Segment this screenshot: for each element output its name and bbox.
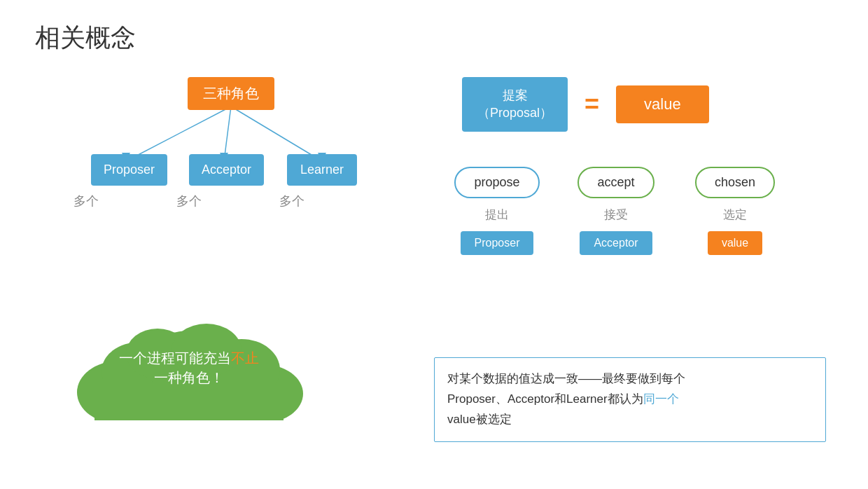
proposal-line2: （Proposal） (477, 106, 552, 120)
bottom-text-3: value被选定 (447, 413, 512, 426)
svg-rect-15 (94, 385, 284, 420)
svg-line-2 (231, 106, 322, 161)
bottom-text-blue: 同一个 (643, 392, 679, 406)
proposal-box: 提案 （Proposal） (462, 77, 568, 132)
action-oval-accept: accept (578, 167, 654, 198)
page-title: 相关概念 (35, 21, 136, 55)
action-col-propose: propose 提出 Proposer (441, 167, 553, 255)
equals-sign: = (584, 90, 599, 119)
action-oval-chosen: chosen (695, 167, 775, 198)
proposal-line1: 提案 (503, 88, 528, 102)
cloud-text: 一个进程可能充当不止 一种角色！ (119, 348, 259, 387)
action-label-propose: 提出 (485, 207, 509, 223)
label-acceptor: 多个 (147, 193, 231, 209)
action-label-chosen: 选定 (723, 207, 747, 223)
cloud-line2: 一种角色！ (154, 370, 224, 385)
action-col-chosen: chosen 选定 value (679, 167, 791, 255)
tree-node-labels: 多个 多个 多个 (35, 193, 343, 209)
svg-line-0 (126, 106, 231, 161)
action-oval-propose: propose (454, 167, 539, 198)
node-proposer: Proposer (91, 154, 167, 186)
bottom-box: 对某个数据的值达成一致——最终要做到每个 Proposer、Acceptor和L… (434, 357, 826, 442)
cloud-shape: 一个进程可能充当不止 一种角色！ (56, 315, 322, 420)
action-tag-value: value (708, 231, 762, 255)
node-learner: Learner (287, 154, 357, 186)
proposal-row: 提案 （Proposal） = value (462, 77, 840, 132)
action-col-accept: accept 接受 Acceptor (560, 167, 672, 255)
left-section: 三种角色 Proposer Acceptor Learner 多个 多个 多个 (35, 56, 427, 224)
action-tag-proposer: Proposer (461, 231, 534, 255)
label-proposer: 多个 (44, 193, 128, 209)
tree-root: 三种角色 (188, 77, 274, 110)
node-acceptor: Acceptor (189, 154, 264, 186)
cloud-highlight: 不止 (231, 350, 259, 366)
svg-line-1 (224, 106, 231, 161)
value-box: value (616, 85, 709, 123)
bottom-text-1: 对某个数据的值达成一致——最终要做到每个 (447, 372, 685, 385)
actions-section: propose 提出 Proposer accept 接受 Acceptor c… (441, 167, 840, 255)
bottom-text-2: Proposer、Acceptor和Learner都认为 (447, 392, 643, 406)
cloud-container: 一个进程可能充当不止 一种角色！ (56, 315, 322, 420)
action-label-accept: 接受 (604, 207, 628, 223)
label-learner: 多个 (250, 193, 334, 209)
action-tag-acceptor: Acceptor (580, 231, 652, 255)
cloud-line1: 一个进程可能充当不止 (119, 350, 259, 366)
right-section: 提案 （Proposal） = value propose 提出 Propose… (434, 56, 840, 255)
